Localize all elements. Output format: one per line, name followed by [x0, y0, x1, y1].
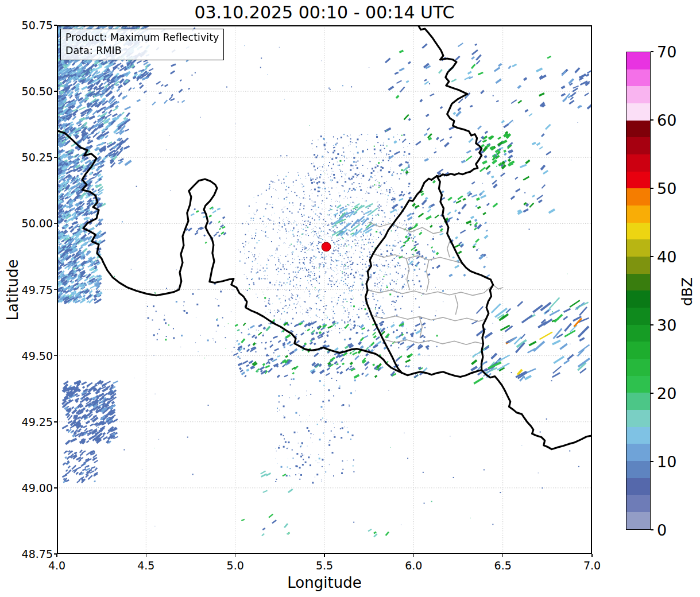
x-tick-mark: [591, 554, 593, 557]
colorbar-segment: [626, 223, 650, 240]
x-tick-label: 6.0: [405, 559, 422, 572]
colorbar-segment: [626, 478, 650, 495]
colorbar-segment: [626, 52, 650, 69]
country-border-line: [57, 131, 592, 449]
y-tick-label: 49.75: [10, 284, 53, 296]
x-tick-label: 4.5: [137, 559, 154, 572]
region-border-line: [427, 260, 429, 292]
colorbar-tick-label: 20: [657, 385, 676, 402]
colorbar-segment: [626, 103, 650, 121]
colorbar-segment: [626, 393, 650, 410]
colorbar: [626, 52, 651, 530]
x-tick-label: 7.0: [583, 559, 601, 572]
y-tick-label: 49.25: [10, 416, 53, 428]
x-axis-label: Longitude: [57, 574, 592, 591]
colorbar-tick-label: 40: [657, 248, 676, 266]
colorbar-segment: [626, 257, 650, 274]
colorbar-label: dBZ: [679, 277, 695, 306]
x-tick-mark: [235, 554, 236, 557]
colorbar-tick-mark: [651, 393, 653, 394]
radar-site-marker: [322, 242, 331, 251]
colorbar-segment: [626, 69, 650, 87]
colorbar-tick-mark: [651, 119, 653, 121]
colorbar-tick-mark: [651, 188, 653, 189]
colorbar-segment: [626, 410, 650, 427]
map-plot-area: [57, 25, 592, 554]
product-line: Product: Maximum Reflectivity: [65, 31, 219, 44]
radar-figure: 03.10.2025 00:10 - 00:14 UTC Product: Ma…: [0, 0, 700, 597]
x-tick-mark: [502, 554, 504, 557]
colorbar-segment: [626, 154, 650, 172]
product-info-box: Product: Maximum Reflectivity Data: RMIB: [60, 29, 224, 60]
colorbar-segment: [626, 137, 650, 154]
colorbar-segment: [626, 188, 650, 206]
colorbar-segment: [626, 325, 650, 342]
colorbar-tick-mark: [651, 256, 653, 257]
x-tick-mark: [413, 554, 415, 557]
y-tick-label: 49.00: [10, 482, 53, 494]
colorbar-segment: [626, 444, 650, 461]
region-border-line: [419, 317, 422, 338]
region-border-line: [373, 254, 471, 271]
colorbar-segment: [626, 274, 650, 291]
colorbar-tick-mark: [651, 51, 653, 52]
colorbar-segment: [626, 495, 650, 512]
country-border-line: [437, 176, 493, 370]
region-border-line: [406, 258, 409, 290]
colorbar-segment: [626, 308, 650, 325]
colorbar-segment: [626, 461, 650, 478]
colorbar-tick-label: 60: [657, 111, 676, 129]
y-tick-label: 49.50: [10, 350, 53, 362]
x-tick-mark: [56, 554, 57, 557]
x-tick-label: 5.0: [227, 559, 244, 572]
colorbar-tick-mark: [651, 461, 653, 462]
country-border-line: [417, 25, 482, 176]
colorbar-segment: [626, 121, 650, 138]
region-border-line: [447, 240, 450, 257]
x-tick-mark: [324, 554, 325, 557]
y-tick-mark: [54, 91, 57, 92]
region-border-line: [383, 339, 484, 344]
y-tick-label: 50.00: [10, 217, 53, 230]
colorbar-tick-label: 0: [657, 521, 667, 539]
x-tick-label: 5.5: [316, 559, 333, 572]
y-tick-mark: [54, 355, 57, 356]
colorbar-tick-mark: [651, 529, 653, 530]
colorbar-segment: [626, 342, 650, 359]
x-tick-label: 6.5: [494, 559, 512, 572]
y-tick-label: 50.50: [10, 85, 53, 98]
region-border-line: [372, 316, 486, 321]
colorbar-tick-mark: [651, 324, 653, 325]
plot-spine: [57, 26, 591, 553]
figure-title: 03.10.2025 00:10 - 00:14 UTC: [57, 2, 592, 22]
country-border-line: [366, 176, 437, 373]
region-border-line: [455, 295, 458, 315]
region-border-line: [369, 222, 443, 234]
colorbar-segment: [626, 290, 650, 308]
y-tick-mark: [54, 289, 57, 290]
colorbar-tick-label: 30: [657, 316, 676, 334]
y-tick-mark: [54, 25, 57, 26]
y-tick-label: 50.25: [10, 151, 53, 164]
colorbar-segment: [626, 206, 650, 223]
y-tick-mark: [54, 223, 57, 224]
colorbar-segment: [626, 86, 650, 103]
colorbar-tick-label: 50: [657, 180, 676, 197]
colorbar-segment: [626, 359, 650, 376]
y-tick-label: 50.75: [10, 19, 53, 32]
colorbar-segment: [626, 512, 650, 529]
y-tick-mark: [54, 553, 57, 555]
x-tick-mark: [146, 554, 147, 557]
data-source-line: Data: RMIB: [65, 44, 219, 57]
colorbar-tick-label: 70: [657, 43, 676, 61]
colorbar-tick-label: 10: [657, 453, 676, 471]
x-tick-label: 4.0: [48, 559, 65, 572]
colorbar-segment: [626, 239, 650, 257]
y-tick-label: 48.75: [10, 548, 53, 560]
map-borders-layer: [57, 25, 592, 554]
colorbar-segment: [626, 427, 650, 444]
colorbar-segment: [626, 172, 650, 189]
y-tick-mark: [54, 487, 57, 489]
y-tick-mark: [54, 157, 57, 158]
colorbar-segment: [626, 376, 650, 393]
